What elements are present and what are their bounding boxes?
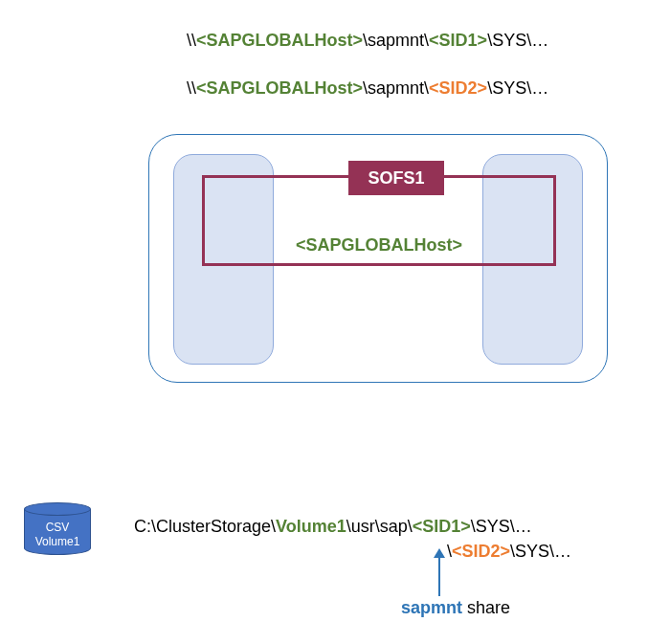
sapmnt-share-label: sapmnt share	[401, 598, 510, 618]
arrow-head-icon	[434, 548, 445, 558]
disk-top	[24, 502, 91, 516]
local-sid1: <SID1>	[413, 517, 471, 536]
path-mid: \sapmnt\	[363, 31, 429, 50]
local-suffix2: \SYS\…	[510, 542, 571, 561]
path-suffix: \SYS\…	[487, 31, 548, 50]
unc-path-sid1: \\<SAPGLOBALHost>\sapmnt\<SID1>\SYS\…	[187, 31, 548, 51]
sapmnt-arrow	[439, 548, 445, 596]
local-prefix: C:\ClusterStorage\	[134, 517, 276, 536]
local-mid: \usr\sap\	[346, 517, 413, 536]
local-volume: Volume1	[276, 517, 346, 536]
sapmnt-text: sapmnt	[401, 598, 462, 617]
unc-path-sid2: \\<SAPGLOBALHost>\sapmnt\<SID2>\SYS\…	[187, 78, 548, 99]
disk-label-line2: Volume1	[35, 535, 80, 548]
path-host: <SAPGLOBALHost>	[196, 78, 363, 98]
local-suffix1: \SYS\…	[471, 517, 532, 536]
sofs-role-box: SOFS1 <SAPGLOBALHost>	[202, 175, 556, 266]
local-path-sid1: C:\ClusterStorage\Volume1\usr\sap\<SID1>…	[134, 517, 532, 537]
global-host-label: <SAPGLOBALHost>	[205, 235, 553, 255]
path-prefix: \\	[187, 31, 196, 50]
share-text: share	[462, 598, 510, 617]
disk-label-line1: CSV	[46, 521, 70, 534]
path-mid: \sapmnt\	[363, 78, 429, 98]
disk-body: CSV Volume1	[24, 509, 91, 555]
sofs-badge: SOFS1	[348, 161, 444, 195]
arrow-line	[438, 558, 440, 596]
cluster-container: SOFS1 <SAPGLOBALHost>	[148, 134, 608, 383]
path-suffix: \SYS\…	[487, 78, 548, 98]
local-sid2: <SID2>	[452, 542, 510, 561]
path-host: <SAPGLOBALHost>	[196, 31, 363, 50]
local-path-sid2: \<SID2>\SYS\…	[447, 542, 571, 562]
path-prefix: \\	[187, 78, 196, 98]
path-sid2: <SID2>	[429, 78, 487, 98]
path-sid1: <SID1>	[429, 31, 487, 50]
csv-disk-icon: CSV Volume1	[24, 502, 91, 555]
